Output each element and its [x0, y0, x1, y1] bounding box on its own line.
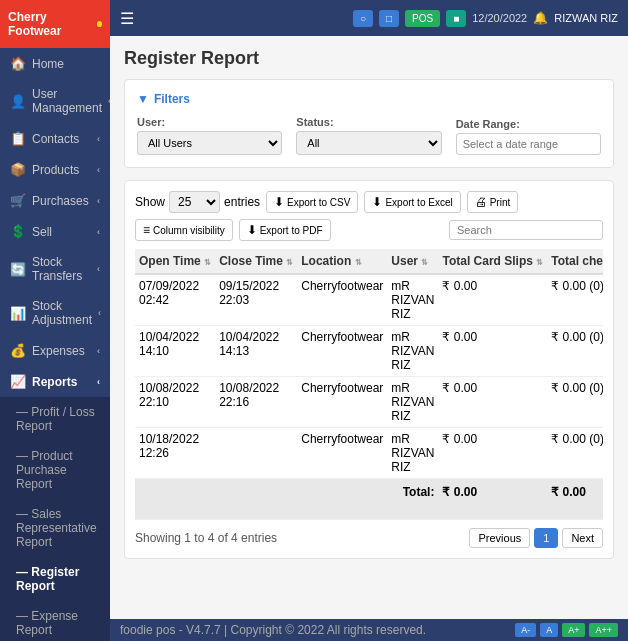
bottom-bar: foodie pos - V4.7.7 | Copyright © 2022 A… [110, 619, 628, 641]
arrow-icon: ‹ [97, 196, 100, 206]
sidebar-item-label: Products [32, 163, 79, 177]
column-icon: ≡ [143, 223, 150, 237]
stock-adjustment-icon: 📊 [10, 306, 26, 321]
submenu-profit-loss[interactable]: — Profit / Loss Report [0, 397, 110, 441]
filters-panel: ▼ Filters User: All Users Status: All [124, 79, 614, 168]
topbar-circle-btn[interactable]: ○ [353, 10, 373, 27]
sidebar-item-label: Stock Adjustment [32, 299, 92, 327]
arrow-icon: ‹ [97, 165, 100, 175]
print-button[interactable]: 🖨 Print [467, 191, 519, 213]
register-table: Open Time ⇅ Close Time ⇅ Location ⇅ User… [135, 249, 603, 520]
col-card-slips[interactable]: Total Card Slips ⇅ [438, 249, 547, 274]
cell-location: Cherryfootwear [297, 377, 387, 428]
font-increase-button[interactable]: A+ [562, 623, 585, 637]
table-area: Show 25 50 100 entries ⬇ Export to CSV ⬇… [124, 180, 614, 559]
col-user[interactable]: User ⇅ [387, 249, 438, 274]
cell-location: Cherryfootwear [297, 274, 387, 326]
pagination: Previous 1 Next [469, 528, 603, 548]
submenu-product-purchase[interactable]: — Product Purchase Report [0, 441, 110, 499]
cell-open-time: 10/04/2022 14:10 [135, 326, 215, 377]
search-input[interactable] [449, 220, 603, 240]
export-pdf-button[interactable]: ⬇ Export to PDF [239, 219, 331, 241]
home-icon: 🏠 [10, 56, 26, 71]
arrow-icon: ‹ [97, 264, 100, 274]
reports-submenu: — Profit / Loss Report — Product Purchas… [0, 397, 110, 641]
app-name: Cherry Footwear [8, 10, 93, 38]
showing-entries: Showing 1 to 4 of 4 entries [135, 531, 277, 545]
cell-cheques: ₹ 0.00 (0) [547, 274, 603, 326]
sidebar-item-purchases[interactable]: 🛒 Purchases ‹ [0, 185, 110, 216]
bell-icon: 🔔 [533, 11, 548, 25]
filters-label: Filters [154, 92, 190, 106]
submenu-sales-rep[interactable]: — Sales Representative Report [0, 499, 110, 557]
topbar-filled-btn[interactable]: ■ [446, 10, 466, 27]
sidebar-item-home[interactable]: 🏠 Home [0, 48, 110, 79]
font-normal-button[interactable]: A [540, 623, 558, 637]
date-filter-label: Date Range: [456, 118, 601, 130]
date-filter: Date Range: [456, 118, 601, 155]
font-large-button[interactable]: A++ [589, 623, 618, 637]
col-close-time[interactable]: Close Time ⇅ [215, 249, 297, 274]
cell-close-time: 09/15/2022 22:03 [215, 274, 297, 326]
col-cheques[interactable]: Total cheques ⇅ [547, 249, 603, 274]
submenu-expense[interactable]: — Expense Report [0, 601, 110, 641]
arrow-icon: ‹ [97, 227, 100, 237]
col-open-time[interactable]: Open Time ⇅ [135, 249, 215, 274]
sidebar-item-expenses[interactable]: 💰 Expenses ‹ [0, 335, 110, 366]
status-filter-select[interactable]: All [296, 131, 441, 155]
sidebar-item-stock-transfers[interactable]: 🔄 Stock Transfers ‹ [0, 247, 110, 291]
topbar-right: ○ □ POS ■ 12/20/2022 🔔 RIZWAN RIZ [353, 10, 618, 27]
submenu-label: — Profit / Loss Report [16, 405, 100, 433]
cell-open-time: 10/18/2022 12:26 [135, 428, 215, 479]
cell-card-slips: ₹ 0.00 [438, 274, 547, 326]
total-row: Total: ₹ 0.00 ₹ 0.00 ₹3,675.00 ₹ 0.00 ₹ … [135, 479, 603, 520]
export-excel-button[interactable]: ⬇ Export to Excel [364, 191, 460, 213]
table-wrapper: Open Time ⇅ Close Time ⇅ Location ⇅ User… [135, 249, 603, 520]
stock-transfers-icon: 🔄 [10, 262, 26, 277]
sidebar-item-reports[interactable]: 📈 Reports ‹ [0, 366, 110, 397]
table-row: 10/04/2022 14:10 10/04/2022 14:13 Cherry… [135, 326, 603, 377]
date-range-input[interactable] [456, 133, 601, 155]
status-filter: Status: All [296, 116, 441, 155]
show-label: Show [135, 195, 165, 209]
topbar-square-btn[interactable]: □ [379, 10, 399, 27]
content-area: Register Report ▼ Filters User: All User… [110, 36, 628, 619]
pos-button[interactable]: POS [405, 10, 440, 27]
sidebar-item-label: Expenses [32, 344, 85, 358]
reports-icon: 📈 [10, 374, 26, 389]
excel-icon: ⬇ [372, 195, 382, 209]
cell-close-time: 10/04/2022 14:13 [215, 326, 297, 377]
total-label: Total: [135, 479, 438, 520]
copyright-text: foodie pos - V4.7.7 | Copyright © 2022 A… [120, 623, 426, 637]
previous-button[interactable]: Previous [469, 528, 530, 548]
sidebar-item-label: Reports [32, 375, 77, 389]
font-size-buttons: A- A A+ A++ [515, 623, 618, 637]
user-filter-select[interactable]: All Users [137, 131, 282, 155]
table-controls: Show 25 50 100 entries ⬇ Export to CSV ⬇… [135, 191, 603, 241]
cell-card-slips: ₹ 0.00 [438, 428, 547, 479]
table-header-row: Open Time ⇅ Close Time ⇅ Location ⇅ User… [135, 249, 603, 274]
cell-card-slips: ₹ 0.00 [438, 377, 547, 428]
app-logo: Cherry Footwear [0, 0, 110, 48]
export-csv-button[interactable]: ⬇ Export to CSV [266, 191, 358, 213]
next-button[interactable]: Next [562, 528, 603, 548]
cell-close-time [215, 428, 297, 479]
current-date: 12/20/2022 [472, 12, 527, 24]
sidebar-item-stock-adjustment[interactable]: 📊 Stock Adjustment ‹ [0, 291, 110, 335]
font-decrease-button[interactable]: A- [515, 623, 536, 637]
hamburger-icon[interactable]: ☰ [120, 9, 134, 28]
cell-cheques: ₹ 0.00 (0) [547, 377, 603, 428]
page-1-button[interactable]: 1 [534, 528, 558, 548]
user-filter-label: User: [137, 116, 282, 128]
cell-close-time: 10/08/2022 22:16 [215, 377, 297, 428]
submenu-register-report[interactable]: — Register Report [0, 557, 110, 601]
user-filter: User: All Users [137, 116, 282, 155]
logo-dot [97, 21, 102, 27]
column-visibility-button[interactable]: ≡ Column visibility [135, 219, 233, 241]
sidebar-item-contacts[interactable]: 📋 Contacts ‹ [0, 123, 110, 154]
col-location[interactable]: Location ⇅ [297, 249, 387, 274]
sidebar-item-products[interactable]: 📦 Products ‹ [0, 154, 110, 185]
sidebar-item-user-management[interactable]: 👤 User Management ‹ [0, 79, 110, 123]
sidebar-item-sell[interactable]: 💲 Sell ‹ [0, 216, 110, 247]
entries-select[interactable]: 25 50 100 [169, 191, 220, 213]
